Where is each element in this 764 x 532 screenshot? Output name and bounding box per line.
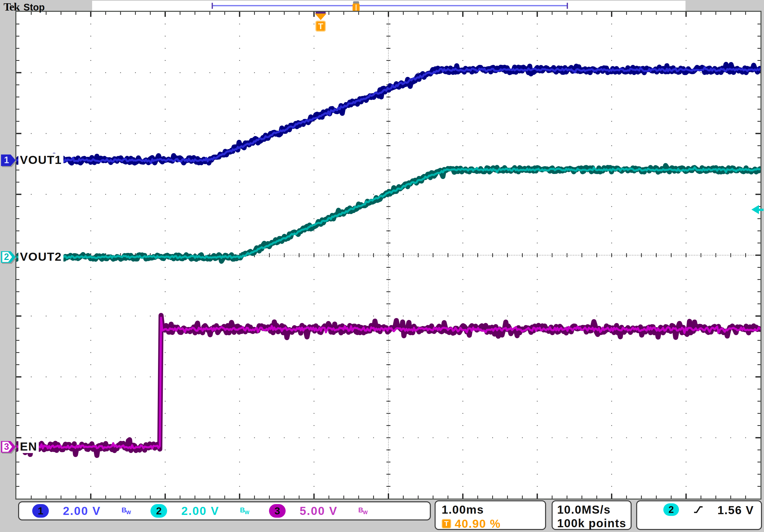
trigger-source-badge: 2 bbox=[663, 503, 679, 516]
brand-status: Tek Stop bbox=[4, 1, 45, 13]
waveform-display: VOUT1 VOUT2 EN T bbox=[16, 12, 760, 498]
waveform-canvas bbox=[16, 12, 760, 498]
oscilloscope-screen: Tek Stop VOUT1 VOUT2 EN T 1 2 3 bbox=[0, 0, 764, 532]
trigger-level-value: 1.56 V bbox=[717, 503, 754, 517]
trigger-readout-box: 2 1.56 V bbox=[636, 500, 762, 530]
timebase-readout-box: 1.00ms T 40.90 % bbox=[435, 500, 546, 530]
channel-2-trace-label: VOUT2 bbox=[18, 250, 64, 263]
record-view-left-bracket-icon bbox=[212, 3, 213, 9]
trigger-position-percent: 40.90 % bbox=[455, 517, 501, 530]
acquisition-status-label: Stop bbox=[23, 2, 45, 13]
top-status-strip: Tek Stop bbox=[0, 0, 764, 12]
record-length-value: 100k points bbox=[557, 516, 631, 530]
channel-1-scale-value: 2.00 V bbox=[63, 504, 101, 518]
trigger-t-icon: T bbox=[442, 519, 451, 528]
timebase-value: 1.00ms bbox=[442, 503, 545, 516]
channel-2-position-marker-icon[interactable]: 2 bbox=[1, 251, 16, 263]
rising-edge-icon bbox=[693, 503, 704, 515]
channel-1-badge: 1 bbox=[32, 504, 49, 518]
sample-rate-value: 10.0MS/s bbox=[557, 503, 631, 516]
acquisition-readout-box: 10.0MS/s 100k points bbox=[552, 500, 632, 530]
channel-3-scale-value: 5.00 V bbox=[300, 504, 338, 518]
record-view-bar bbox=[212, 5, 567, 6]
channel-1-position-marker-icon[interactable]: 1 bbox=[1, 154, 16, 167]
record-view-right-bracket-icon bbox=[567, 3, 568, 9]
bandwidth-limit-icon: BW bbox=[121, 507, 131, 515]
channel-1-trace-label: VOUT1 bbox=[18, 153, 64, 167]
channel-3-trace-label: EN bbox=[18, 440, 39, 453]
bandwidth-limit-icon: BW bbox=[358, 507, 368, 515]
channel-2-scale-value: 2.00 V bbox=[181, 504, 219, 518]
channel-3-badge: 3 bbox=[269, 504, 286, 518]
channel-scale-readout-box: 1 2.00 V BW 2 2.00 V BW 3 5.00 V BW bbox=[18, 501, 431, 520]
channel-2-badge: 2 bbox=[150, 504, 167, 518]
channel-3-position-marker-icon[interactable]: 3 bbox=[1, 441, 16, 453]
bandwidth-limit-icon: BW bbox=[240, 507, 249, 515]
record-position-marker-icon[interactable] bbox=[353, 1, 360, 11]
tek-logo: Tek bbox=[4, 1, 19, 13]
